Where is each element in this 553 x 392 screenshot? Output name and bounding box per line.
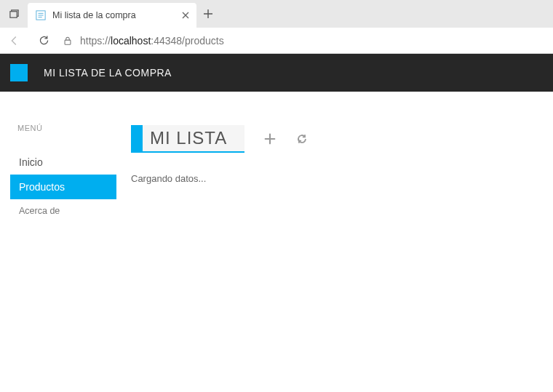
- status-text: Cargando datos...: [131, 173, 553, 184]
- refresh-list-button[interactable]: [295, 132, 309, 145]
- add-button[interactable]: [263, 132, 276, 145]
- list-title-input[interactable]: [143, 125, 244, 151]
- browser-tab[interactable]: Mi lista de la compra: [28, 3, 196, 28]
- content: MENÚ Inicio Productos Acerca de Cargando…: [0, 92, 553, 223]
- main: Cargando datos...: [131, 124, 553, 223]
- new-tab-button[interactable]: [196, 9, 220, 19]
- brand-logo: [10, 64, 28, 81]
- tab-strip: Mi lista de la compra: [0, 0, 553, 28]
- menu-heading: MENÚ: [15, 124, 131, 132]
- url-suffix: :44348/products: [151, 35, 223, 47]
- app-header: MI LISTA DE LA COMPRA: [0, 54, 553, 92]
- title-box: [131, 125, 244, 153]
- sidebar: MENÚ Inicio Productos Acerca de: [0, 124, 131, 223]
- title-row: [131, 125, 553, 153]
- browser-chrome: Mi lista de la compra https://localhost:…: [0, 0, 553, 54]
- window-manage-icon[interactable]: [0, 9, 28, 20]
- sidebar-item-inicio[interactable]: Inicio: [10, 150, 116, 175]
- sidebar-item-acerca[interactable]: Acerca de: [10, 199, 116, 223]
- url-host: localhost: [111, 35, 151, 47]
- refresh-button[interactable]: [29, 34, 58, 47]
- url-text: https://localhost:44348/products: [80, 35, 224, 47]
- svg-rect-5: [65, 40, 71, 44]
- url-prefix: https://: [80, 35, 111, 47]
- close-tab-icon[interactable]: [182, 12, 189, 19]
- back-button[interactable]: [0, 34, 29, 47]
- title-input-wrap: [143, 125, 244, 153]
- lock-icon: [63, 36, 73, 46]
- brand-title: MI LISTA DE LA COMPRA: [44, 67, 172, 79]
- title-accent: [131, 125, 143, 153]
- svg-rect-0: [9, 11, 16, 17]
- tab-title: Mi lista de la compra: [52, 10, 176, 20]
- favicon-icon: [35, 9, 47, 21]
- url-box[interactable]: https://localhost:44348/products: [58, 35, 553, 47]
- address-bar: https://localhost:44348/products: [0, 28, 553, 54]
- sidebar-item-productos[interactable]: Productos: [10, 175, 116, 199]
